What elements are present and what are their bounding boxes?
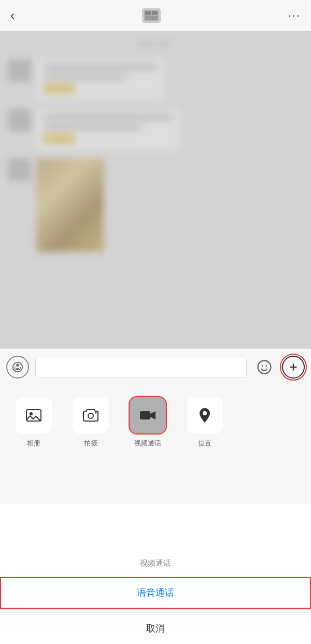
svg-point-4 — [13, 362, 22, 371]
svg-point-14 — [95, 412, 97, 414]
camera-icon-box — [73, 397, 109, 433]
extra-item-album[interactable]: 相册 — [16, 397, 52, 448]
svg-point-16 — [203, 411, 207, 415]
svg-rect-1 — [145, 11, 151, 15]
extra-item-camera[interactable]: 拍摄 — [73, 397, 109, 448]
input-area — [0, 348, 311, 385]
message-input[interactable] — [35, 357, 247, 377]
album-label: 相册 — [27, 439, 40, 448]
video-call-icon-box — [130, 397, 166, 433]
extra-item-video-call[interactable]: 视频通话 — [130, 397, 166, 448]
more-button[interactable]: ··· — [288, 9, 301, 22]
title-area — [142, 8, 161, 23]
voice-button[interactable] — [6, 356, 29, 379]
top-bar: ‹ ··· — [0, 0, 311, 31]
svg-rect-3 — [145, 16, 158, 20]
cancel-option[interactable]: 取消 — [0, 613, 311, 644]
contact-avatar — [142, 8, 161, 23]
plus-button[interactable] — [282, 356, 305, 379]
chat-area: 昨天 15:54 — [0, 31, 311, 353]
action-sheet-title: 视频通话 — [0, 549, 311, 577]
action-sheet: 视频通话 语音通话 取消 — [0, 549, 311, 644]
extra-panel: 相册 拍摄 视频通话 位置 — [0, 385, 311, 504]
camera-icon — [82, 407, 100, 424]
video-call-label: 视频通话 — [134, 439, 161, 448]
location-icon — [196, 407, 214, 424]
location-label: 位置 — [198, 439, 211, 448]
extra-item-location[interactable]: 位置 — [187, 397, 223, 448]
emoji-button[interactable] — [253, 356, 276, 379]
image-icon — [25, 407, 43, 424]
svg-point-7 — [262, 365, 263, 367]
back-button[interactable]: ‹ — [10, 8, 15, 23]
album-icon-box — [16, 397, 52, 433]
svg-point-12 — [30, 412, 33, 415]
svg-point-6 — [258, 360, 271, 373]
camera-label: 拍摄 — [84, 439, 97, 448]
action-sheet-backdrop: 视频通话 语音通话 取消 — [0, 504, 311, 644]
video-icon — [139, 407, 157, 424]
voice-call-option[interactable]: 语音通话 — [0, 577, 311, 609]
blur-overlay — [0, 31, 311, 353]
svg-point-8 — [265, 365, 267, 367]
svg-rect-15 — [140, 411, 150, 419]
svg-point-5 — [16, 363, 19, 367]
svg-point-13 — [88, 413, 93, 418]
location-icon-box — [187, 397, 223, 433]
svg-rect-2 — [152, 11, 158, 15]
